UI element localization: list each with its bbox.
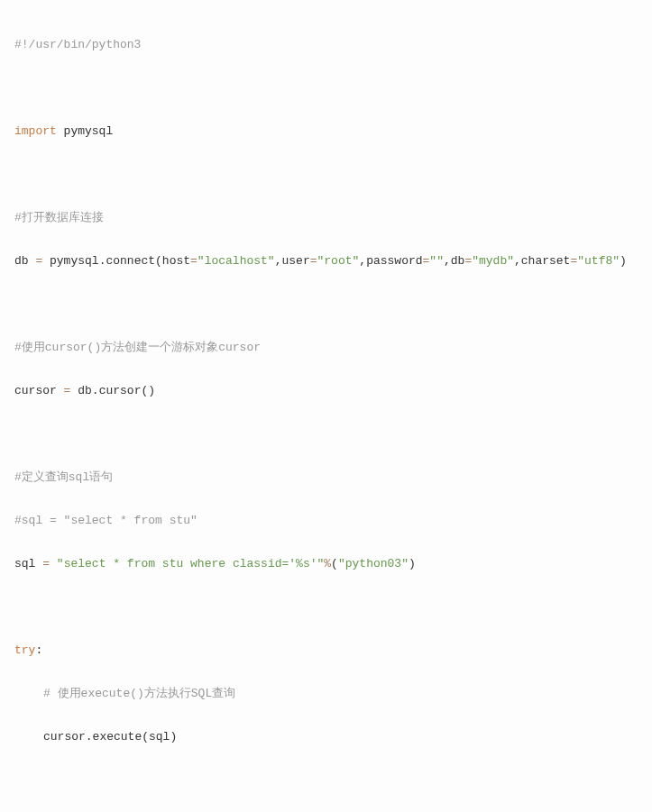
code-line: #打开数据库连接 bbox=[14, 207, 638, 229]
string-literal: "python03" bbox=[338, 557, 409, 570]
string-literal: "select * from stu where classid='%s'" bbox=[57, 557, 324, 570]
code-line: sql = "select * from stu where classid='… bbox=[14, 553, 638, 575]
comment: #打开数据库连接 bbox=[14, 211, 104, 224]
code-line: try: bbox=[14, 640, 638, 661]
code-line bbox=[14, 597, 638, 618]
string-literal: "utf8" bbox=[577, 254, 620, 268]
keyword-import: import bbox=[14, 124, 57, 138]
code-line bbox=[14, 164, 638, 186]
code-line bbox=[14, 78, 638, 99]
code-line bbox=[14, 770, 638, 791]
code-block: #!/usr/bin/python3 import pymysql #打开数据库… bbox=[14, 13, 638, 812]
code-line: cursor = db.cursor() bbox=[14, 380, 638, 402]
code-line: #!/usr/bin/python3 bbox=[14, 34, 638, 56]
code-line: import pymysql bbox=[14, 121, 638, 142]
code-line: db = pymysql.connect(host="localhost",us… bbox=[14, 251, 638, 272]
code-line: cursor.execute(sql) bbox=[14, 726, 638, 748]
string-literal: "root" bbox=[317, 254, 360, 268]
comment: #使用cursor()方法创建一个游标对象cursor bbox=[14, 341, 261, 354]
comment: # 使用execute()方法执行SQL查询 bbox=[43, 687, 235, 700]
string-literal: "localhost" bbox=[197, 254, 275, 268]
code-line: #sql = "select * from stu" bbox=[14, 510, 638, 532]
comment: #定义查询sql语句 bbox=[14, 470, 113, 484]
comment: #sql = "select * from stu" bbox=[14, 514, 197, 527]
string-literal: "" bbox=[429, 254, 444, 268]
shebang-comment: #!/usr/bin/python3 bbox=[14, 38, 141, 51]
code-line bbox=[14, 294, 638, 315]
keyword-try: try bbox=[14, 643, 35, 657]
string-literal: "mydb" bbox=[472, 254, 514, 268]
code-line: #定义查询sql语句 bbox=[14, 467, 638, 488]
code-line: # 使用execute()方法执行SQL查询 bbox=[14, 683, 638, 705]
code-line: #使用cursor()方法创建一个游标对象cursor bbox=[14, 337, 638, 359]
code-line bbox=[14, 424, 638, 445]
